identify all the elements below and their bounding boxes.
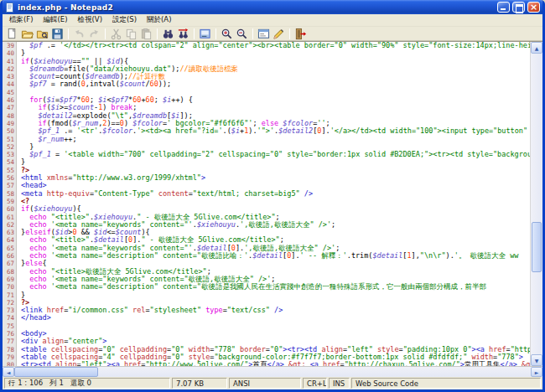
code-token: ' -- 解釋：' xyxy=(300,251,347,260)
code-token: "text/css" xyxy=(227,306,270,314)
zoom-out-button[interactable] xyxy=(235,27,249,40)
browse-files-button[interactable] xyxy=(35,27,49,40)
menu-item-edit[interactable]: 編輯(E) xyxy=(39,14,73,26)
scroll-up-button[interactable]: ▲ xyxy=(531,42,542,54)
scheme-config-button[interactable] xyxy=(257,27,271,40)
horizontal-scroll-track[interactable] xyxy=(14,367,531,377)
code-token: ], xyxy=(412,251,420,260)
line-number: 50 xyxy=(3,127,16,135)
cut-button[interactable] xyxy=(109,27,123,40)
vertical-scroll-track[interactable] xyxy=(531,54,542,354)
code-line-50[interactable]: $pf_1 .= '<tr'.$fcolor.'><td><a href="?i… xyxy=(21,127,530,135)
line-number: 77 xyxy=(3,338,16,345)
horizontal-scrollbar[interactable]: ◄ ► xyxy=(3,366,542,377)
code-token: //讀取歇後語檔案 xyxy=(179,64,238,73)
word-wrap-button[interactable] xyxy=(198,27,212,40)
line-number: 40 xyxy=(3,49,16,57)
line-number: 76 xyxy=(3,330,16,338)
title-bar[interactable]: index.php - Notepad2 xyxy=(3,0,542,14)
code-line-51[interactable]: $r_num++; xyxy=(21,136,530,143)
code-token: xmlns xyxy=(47,173,69,182)
code-line-58[interactable]: <meta http-equiv="Content-Type" content=… xyxy=(21,190,530,198)
exit-icon xyxy=(294,28,307,40)
code-token: "left" xyxy=(81,360,107,366)
code-token: $count xyxy=(120,80,146,88)
menu-bar: 檔案(F)編輯(E)檢視(V)設定(S)關於(A) xyxy=(3,14,542,27)
code-token: &gt; xyxy=(288,360,305,366)
code-area[interactable]: $pf .= '</td></tr><tr><td colspan="2" al… xyxy=(21,42,530,366)
paste-icon xyxy=(140,28,153,40)
toolbar-separator xyxy=(215,28,216,39)
exit-button[interactable] xyxy=(293,27,308,40)
paste-button[interactable] xyxy=(139,27,153,40)
redo-icon xyxy=(88,28,101,40)
zoom-in-button[interactable] xyxy=(220,27,234,40)
vertical-scrollbar[interactable]: ▲ ▼ xyxy=(530,42,542,366)
redo-button[interactable] xyxy=(87,27,101,40)
code-line-71[interactable]: } xyxy=(21,291,530,299)
code-line-75[interactable] xyxy=(21,322,530,330)
open-file-button[interactable] xyxy=(20,27,34,40)
close-button[interactable] xyxy=(527,2,540,13)
code-line-80[interactable]: <tr><td align="left"><a href="http://www… xyxy=(21,361,530,366)
menu-item-file[interactable]: 檔案(F) xyxy=(4,14,39,26)
customize-schemes-button[interactable] xyxy=(272,27,286,40)
code-line-59[interactable]: <? xyxy=(21,198,530,205)
find-button[interactable] xyxy=(161,27,175,40)
undo-icon xyxy=(73,28,86,40)
replace-button[interactable] xyxy=(176,27,190,40)
code-line-54[interactable]: } xyxy=(21,158,530,166)
code-token: ; xyxy=(154,95,163,104)
scroll-down-button[interactable]: ▼ xyxy=(531,354,542,366)
line-number: 43 xyxy=(3,73,16,80)
copy-button[interactable] xyxy=(124,27,138,40)
code-editor[interactable]: 3940414243444546474849505152535455565758… xyxy=(3,42,530,366)
code-line-73[interactable]: <link href="i/common.css" rel="styleshee… xyxy=(21,307,530,314)
menu-item-about[interactable]: 關於(A) xyxy=(142,14,176,26)
code-token: '">' xyxy=(257,126,274,135)
new-file-button[interactable] xyxy=(5,27,19,40)
cut-icon xyxy=(110,28,122,40)
code-token: 常用工具集 xyxy=(465,360,501,366)
line-number: 74 xyxy=(3,314,16,322)
code-token: ',歇後語,歇後語大全" />' xyxy=(240,220,331,229)
line-number: 52 xyxy=(3,143,16,151)
code-line-70[interactable]: echo '<meta name="description" content="… xyxy=(21,283,530,291)
code-token: )); xyxy=(158,80,171,88)
menu-item-view[interactable]: 檢視(V) xyxy=(73,14,107,26)
menu-item-settings[interactable]: 設定(S) xyxy=(107,14,142,26)
customize-schemes-icon xyxy=(272,28,285,40)
horizontal-scroll-thumb[interactable] xyxy=(14,367,98,377)
status-file-size: 7.07 KB xyxy=(172,378,227,389)
code-line-56[interactable]: <html xmlns="http://www.w3.org/1999/xhtm… xyxy=(21,174,530,182)
vertical-scroll-thumb[interactable] xyxy=(532,222,542,272)
code-line-74[interactable]: </head> xyxy=(21,314,530,322)
line-number: 71 xyxy=(3,291,16,299)
line-number: 46 xyxy=(3,96,16,104)
line-number: 67 xyxy=(3,260,16,267)
code-line-53[interactable]: $pf_1 = '<table width="700" cellpadding=… xyxy=(21,151,530,158)
code-token: .trim( xyxy=(347,251,373,260)
line-number-gutter: 3940414243444546474849505152535455565758… xyxy=(3,42,17,366)
code-line-39[interactable]: $pf .= '</td></tr><tr><td colspan="2" al… xyxy=(21,42,530,49)
code-token: </a> xyxy=(500,360,516,366)
code-token: = xyxy=(51,150,64,158)
code-line-44[interactable]: $pf7 = rand(0,intval($count/60)); xyxy=(21,80,530,88)
code-line-66[interactable]: echo '<meta name="description" content="… xyxy=(21,252,530,260)
status-encoding: ANSI xyxy=(229,378,301,389)
scroll-right-button[interactable]: ► xyxy=(531,367,542,377)
line-number: 41 xyxy=(3,58,16,65)
undo-button[interactable] xyxy=(72,27,86,40)
line-number: 80 xyxy=(3,361,16,366)
status-syntax-scheme: Web Source Code xyxy=(351,378,541,389)
code-token: '</td></tr><tr><td colspan="2" align="ce… xyxy=(60,42,530,49)
maximize-button[interactable] xyxy=(512,2,525,13)
code-token: <a xyxy=(310,360,319,366)
save-file-button[interactable] xyxy=(50,27,65,40)
minimize-button[interactable] xyxy=(497,2,510,13)
line-number: 69 xyxy=(3,276,16,283)
line-number: 58 xyxy=(3,190,16,198)
line-number: 65 xyxy=(3,245,16,252)
scroll-left-button[interactable]: ◄ xyxy=(3,367,14,377)
line-number: 53 xyxy=(3,151,16,158)
